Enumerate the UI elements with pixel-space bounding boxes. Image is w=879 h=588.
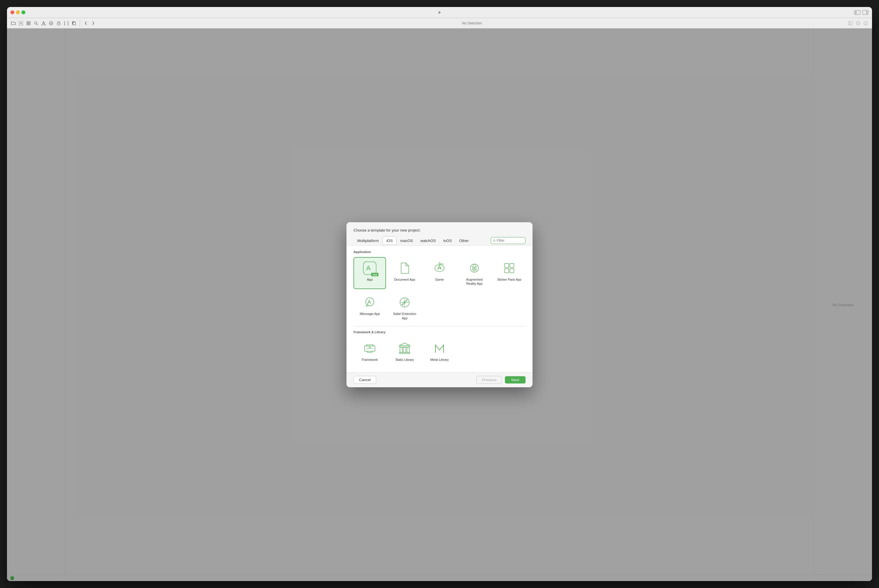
search-icon[interactable]	[33, 20, 39, 26]
template-name-app: App	[367, 278, 373, 282]
new-project-modal: Choose a template for your new project: …	[347, 222, 440, 294]
xcode-window: No Selection ?	[7, 7, 440, 294]
tabs-row: Multiplatform iOS macOS watchOS tvOS Oth…	[347, 236, 440, 246]
template-name-game: Game	[435, 278, 440, 282]
template-item-document-app[interactable]: Document App	[388, 257, 421, 290]
close-button[interactable]	[11, 10, 14, 14]
template-item-game[interactable]: Game	[423, 257, 440, 290]
section-label-application: Application	[353, 250, 440, 254]
application-template-grid: A App App	[353, 257, 440, 294]
modal-overlay: Choose a template for your new project: …	[7, 28, 440, 294]
traffic-lights	[11, 10, 25, 14]
svg-rect-11	[29, 24, 30, 25]
svg-text:A: A	[366, 264, 371, 272]
svg-rect-8	[27, 21, 28, 23]
modal-title: Choose a template for your new project:	[353, 228, 440, 232]
title-bar	[7, 7, 440, 18]
game-icon	[432, 261, 440, 276]
app-icon-wrapper: A App	[362, 261, 377, 276]
svg-rect-17	[57, 23, 60, 25]
modal-header: Choose a template for your new project:	[347, 222, 440, 236]
document-app-icon	[397, 261, 412, 276]
svg-rect-9	[29, 21, 30, 23]
svg-point-12	[35, 22, 37, 24]
toolbar-row: No Selection ?	[7, 18, 440, 28]
svg-rect-18	[73, 22, 75, 25]
tab-ios[interactable]: iOS	[383, 237, 397, 245]
svg-rect-10	[27, 24, 28, 25]
minimize-button[interactable]	[16, 10, 20, 14]
template-item-safari-ext[interactable]: Safari Extension App	[388, 291, 421, 294]
nav-forward-icon[interactable]	[90, 20, 96, 26]
tab-multiplatform[interactable]: Multiplatform	[353, 237, 383, 245]
tab-macos[interactable]: macOS	[397, 237, 416, 245]
add-icon[interactable]	[18, 20, 24, 26]
brackets-icon[interactable]	[63, 20, 69, 26]
nav-back-icon[interactable]	[83, 20, 89, 26]
folder-icon[interactable]	[11, 20, 16, 26]
maximize-button[interactable]	[21, 10, 25, 14]
modal-body: Application A App App	[347, 246, 440, 294]
app-badge: App	[371, 273, 379, 276]
lock-icon[interactable]	[56, 20, 62, 26]
warning-icon[interactable]	[41, 20, 47, 26]
template-name-document-app: Document App	[394, 278, 415, 282]
svg-line-13	[37, 24, 38, 25]
copy-icon[interactable]	[71, 20, 77, 26]
run-button[interactable]	[437, 9, 440, 16]
grid-icon[interactable]	[26, 20, 32, 26]
template-item-imessage[interactable]: A iMessage App	[353, 291, 386, 294]
svg-point-28	[439, 262, 440, 264]
template-item-app[interactable]: A App App	[353, 257, 386, 290]
svg-marker-0	[439, 11, 440, 14]
svg-point-15	[44, 24, 44, 24]
tab-watchos[interactable]: watchOS	[416, 237, 440, 245]
svg-point-16	[50, 21, 53, 25]
checkmark-icon[interactable]	[48, 20, 54, 26]
